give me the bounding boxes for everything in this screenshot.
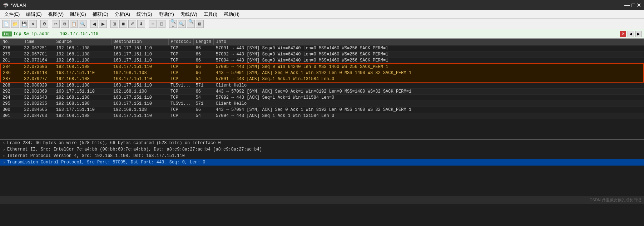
table-row[interactable]: 29532.082235192.168.1.108163.177.151.110… <box>0 101 644 107</box>
menu-wireless[interactable]: 无线(W) <box>178 10 200 18</box>
cell-info: 443 → 57092 [SYN, ACK] Seq=0 Ack=1 Win=8… <box>214 89 644 95</box>
filter-prev-button[interactable]: ◀ <box>628 31 634 37</box>
cell-source: 192.168.1.108 <box>54 64 111 70</box>
cell-destination: 192.168.1.108 <box>111 70 168 76</box>
cell-no: 295 <box>0 101 22 107</box>
toolbar-btn-settings[interactable]: ⚙ <box>40 20 48 28</box>
filter-label: tcp <box>2 31 12 36</box>
toolbar-btn-go[interactable]: ⊞ <box>110 20 118 28</box>
menu-analyze[interactable]: 分析(A) <box>112 10 133 18</box>
table-header: No. Time Source Destination Protocol Len… <box>0 39 644 45</box>
cell-time: 32.079277 <box>22 76 54 83</box>
cell-info: 57094 → 443 [SYN] Seq=0 Win=64240 Len=0 … <box>214 58 644 64</box>
toolbar-btn-restart[interactable]: ↺ <box>128 20 136 28</box>
table-row[interactable]: 28432.073606192.168.1.108163.177.151.110… <box>0 64 644 70</box>
cell-destination: 163.177.151.110 <box>111 64 168 70</box>
cell-source: 192.168.1.108 <box>54 76 111 83</box>
toolbar-btn-cols[interactable]: ⊟ <box>158 20 165 28</box>
menu-telephony[interactable]: 电话(Y) <box>156 10 177 18</box>
col-header-protocol: Protocol <box>168 39 194 45</box>
menu-statistics[interactable]: 统计(S) <box>134 10 155 18</box>
table-row[interactable]: 30132.084763192.168.1.108163.177.151.110… <box>0 113 644 119</box>
packet-list[interactable]: No. Time Source Destination Protocol Len… <box>0 39 644 139</box>
toolbar-btn-save[interactable]: 💾 <box>20 20 28 28</box>
cell-protocol: TCP <box>168 70 194 76</box>
menu-view[interactable]: 视图(V) <box>45 10 66 18</box>
toolbar-btn-open[interactable]: 📁 <box>11 20 19 28</box>
cell-no: 279 <box>0 51 22 58</box>
menu-file[interactable]: 文件(E) <box>1 10 23 18</box>
col-header-source: Source <box>54 39 111 45</box>
toolbar-btn-find[interactable]: 🔍 <box>79 20 86 28</box>
toolbar-btn-back[interactable]: ◀ <box>90 20 98 28</box>
toolbar-btn-resize[interactable]: ⊠ <box>196 20 204 28</box>
table-row[interactable]: 28832.080029192.168.1.108163.177.151.110… <box>0 82 644 89</box>
toolbar-btn-paste[interactable]: 📋 <box>70 20 78 28</box>
table-row[interactable]: 28632.079118163.177.151.110192.168.1.108… <box>0 70 644 76</box>
filter-close-button[interactable]: ✕ <box>620 31 626 37</box>
cell-length: 66 <box>194 51 214 58</box>
filter-input[interactable]: tcp && ip.addr == 163.177.151.110 <box>14 31 618 36</box>
toolbar-btn-forward[interactable]: ▶ <box>99 20 107 28</box>
cell-source: 192.168.1.108 <box>54 113 111 119</box>
cell-no: 286 <box>0 70 22 76</box>
detail-text: Transmission Control Protocol, Src Port:… <box>7 160 205 165</box>
cell-protocol: TCP <box>168 107 194 113</box>
toolbar-btn-down[interactable]: ⬇ <box>137 20 145 28</box>
cell-protocol: TCP <box>168 113 194 119</box>
cell-protocol: TLSv1... <box>168 101 194 107</box>
toolbar-btn-new[interactable]: 📄 <box>2 20 10 28</box>
toolbar-btn-copy[interactable]: ⧉ <box>61 20 69 28</box>
table-row[interactable]: 29432.081643192.168.1.108163.177.151.110… <box>0 95 644 101</box>
table-row[interactable]: 27832.067251192.168.1.108163.177.151.110… <box>0 45 644 51</box>
expand-icon[interactable]: ▷ <box>3 160 5 164</box>
toolbar-btn-list[interactable]: ≡ <box>149 20 157 28</box>
title-bar: 🦈 *WLAN — □ ✕ <box>0 0 644 10</box>
packet-detail[interactable]: ▷Frame 284: 66 bytes on wire (528 bits),… <box>0 139 644 196</box>
toolbar-btn-zoom-reset[interactable]: 🔍= <box>187 20 195 28</box>
expand-icon[interactable]: ▷ <box>3 154 5 158</box>
table-row[interactable]: 27932.067701192.168.1.108163.177.151.110… <box>0 51 644 58</box>
table-row[interactable]: 29232.081369163.177.151.110192.168.1.108… <box>0 89 644 95</box>
cell-source: 192.168.1.108 <box>54 82 111 89</box>
toolbar-btn-cut[interactable]: ✂ <box>52 20 60 28</box>
cell-time: 32.081369 <box>22 89 54 95</box>
expand-icon[interactable]: ▷ <box>3 141 5 145</box>
cell-length: 571 <box>194 101 214 107</box>
menu-capture[interactable]: 捕获(C) <box>90 10 111 18</box>
menu-edit[interactable]: 编辑(E) <box>23 10 44 18</box>
window-controls[interactable]: — □ ✕ <box>624 2 641 9</box>
cell-source: 163.177.151.110 <box>54 107 111 113</box>
table-row[interactable]: 28732.079277192.168.1.108163.177.151.110… <box>0 76 644 83</box>
detail-text: Frame 284: 66 bytes on wire (528 bits), … <box>7 141 221 146</box>
toolbar-btn-close[interactable]: ✕ <box>29 20 37 28</box>
menu-tools[interactable]: 工具(I) <box>201 10 220 18</box>
cell-source: 163.177.151.110 <box>54 70 111 76</box>
table-row[interactable]: 28132.073164192.168.1.108163.177.151.110… <box>0 58 644 64</box>
cell-length: 66 <box>194 89 214 95</box>
status-bar: CSDN @宝藏女孩的成长日记 <box>0 196 644 204</box>
toolbar-btn-stop[interactable]: ⏹ <box>119 20 127 28</box>
expand-icon[interactable]: ▷ <box>3 147 5 152</box>
cell-no: 301 <box>0 113 22 119</box>
cell-time: 32.073606 <box>22 64 54 70</box>
cell-no: 292 <box>0 89 22 95</box>
filter-next-button[interactable]: ▶ <box>635 31 642 37</box>
table-row[interactable]: 30032.084665163.177.151.110192.168.1.108… <box>0 107 644 113</box>
detail-row[interactable]: ▷Frame 284: 66 bytes on wire (528 bits),… <box>0 140 644 146</box>
col-header-time: Time <box>22 39 54 45</box>
detail-row[interactable]: ▷Ethernet II, Src: IntelCor_7c:a4:bb (00… <box>0 146 644 153</box>
toolbar-btn-zoom-in[interactable]: 🔍+ <box>169 20 177 28</box>
detail-row[interactable]: ▷Internet Protocol Version 4, Src: 192.1… <box>0 153 644 159</box>
cell-length: 54 <box>194 95 214 101</box>
menu-bar: 文件(E) 编辑(E) 视图(V) 跳转(G) 捕获(C) 分析(A) 统计(S… <box>0 10 644 19</box>
toolbar: 📄 📁 💾 ✕ ⚙ ✂ ⧉ 📋 🔍 ◀ ▶ ⊞ ⏹ ↺ ⬇ ≡ ⊟ 🔍+ 🔍- … <box>0 19 644 29</box>
menu-help[interactable]: 帮助(H) <box>221 10 242 18</box>
cell-destination: 163.177.151.110 <box>111 58 168 64</box>
cell-info: 57091 → 443 [ACK] Seq=1 Ack=1 Win=131584… <box>214 76 644 83</box>
title-left: 🦈 *WLAN <box>3 3 26 8</box>
detail-row[interactable]: ▷Transmission Control Protocol, Src Port… <box>0 159 644 166</box>
cell-destination: 192.168.1.108 <box>111 107 168 113</box>
toolbar-btn-zoom-out[interactable]: 🔍- <box>178 20 186 28</box>
menu-goto[interactable]: 跳转(G) <box>67 10 89 18</box>
